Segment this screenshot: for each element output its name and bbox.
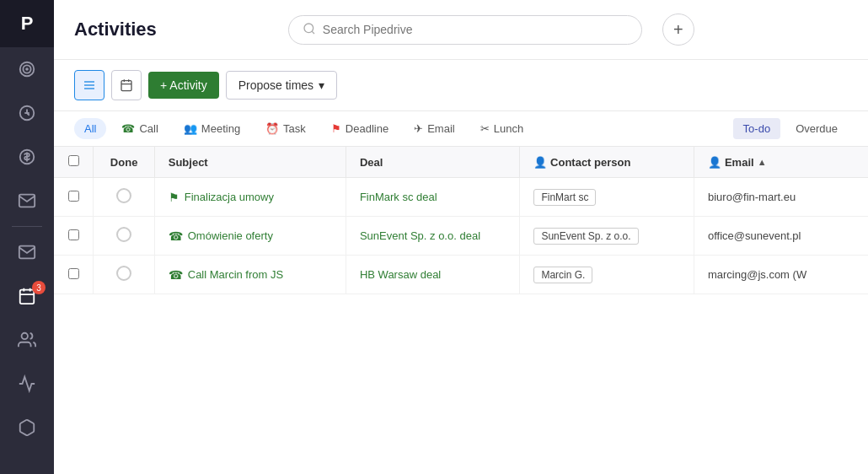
filter-email[interactable]: ✈ Email	[404, 118, 465, 139]
sidebar-item-mail[interactable]	[0, 230, 54, 274]
subject-link[interactable]: Finalizacja umowy	[185, 191, 274, 203]
overdue-button[interactable]: Overdue	[785, 118, 848, 139]
th-contact[interactable]: 👤 Contact person	[520, 147, 694, 178]
add-button[interactable]: +	[662, 13, 694, 46]
row-contact-cell: SunEvent Sp. z o.o.	[520, 217, 694, 256]
deal-link[interactable]: SunEvent Sp. z o.o. deal	[360, 229, 480, 242]
row-email-cell: office@sunevent.pl	[694, 217, 868, 256]
propose-times-button[interactable]: Propose times ▾	[226, 71, 337, 100]
sidebar-item-deals[interactable]	[0, 91, 54, 135]
subject-link[interactable]: Call Marcin from JS	[188, 268, 283, 281]
propose-times-label: Propose times	[238, 78, 313, 92]
contact-tag[interactable]: Marcin G.	[533, 267, 592, 283]
main-content: Activities + + Activity Propose times ▾ …	[54, 0, 868, 474]
th-deal[interactable]: Deal	[346, 147, 520, 178]
row-checkbox-cell[interactable]	[54, 178, 94, 217]
done-radio[interactable]	[116, 266, 131, 281]
th-done: Done	[94, 147, 154, 178]
filter-all[interactable]: All	[74, 118, 106, 139]
row-checkbox-cell[interactable]	[54, 256, 94, 294]
row-checkbox[interactable]	[68, 191, 79, 202]
sort-arrow-icon: ▲	[758, 157, 767, 167]
row-deal-cell: FinMark sc deal	[346, 178, 520, 217]
table-row: ☎ Omówienie oferty SunEvent Sp. z o.o. d…	[54, 217, 868, 256]
sidebar-item-target[interactable]	[0, 47, 54, 91]
svg-point-2	[26, 68, 28, 70]
done-radio[interactable]	[116, 227, 131, 242]
filter-task[interactable]: ⏰ Task	[255, 118, 316, 139]
row-done-cell[interactable]	[94, 217, 154, 256]
filter-email-label: Email	[427, 122, 455, 135]
task-icon: ⏰	[265, 122, 279, 135]
select-all-checkbox[interactable]	[68, 155, 79, 166]
phone-icon: ☎	[169, 268, 183, 282]
todo-button[interactable]: To-do	[733, 118, 781, 139]
filter-deadline[interactable]: ⚑ Deadline	[321, 118, 399, 139]
search-container	[288, 15, 642, 45]
row-checkbox[interactable]	[68, 268, 79, 279]
deal-link[interactable]: HB Warsaw deal	[360, 268, 441, 281]
row-contact-cell: FinMart sc	[520, 178, 694, 217]
contact-tag[interactable]: SunEvent Sp. z o.o.	[533, 228, 638, 245]
calendar-view-button[interactable]	[111, 70, 142, 100]
search-icon	[303, 22, 316, 38]
meeting-icon: 👥	[184, 122, 197, 135]
th-subject[interactable]: Subject	[154, 147, 346, 178]
row-subject-cell: ☎ Omówienie oferty	[154, 217, 346, 256]
person-icon: 👤	[533, 156, 547, 169]
filter-meeting[interactable]: 👥 Meeting	[174, 118, 250, 139]
phone-icon: ☎	[169, 229, 183, 243]
page-title: Activities	[74, 19, 157, 40]
row-subject-cell: ⚑ Finalizacja umowy	[154, 178, 346, 217]
list-view-button[interactable]	[74, 70, 104, 100]
sidebar-item-campaigns[interactable]	[0, 179, 54, 223]
toolbar: + Activity Propose times ▾	[54, 60, 868, 111]
activities-table-container: Done Subject Deal 👤 Contact person 👤 Ema…	[54, 147, 868, 474]
row-contact-cell: Marcin G.	[520, 256, 694, 294]
svg-rect-13	[121, 81, 131, 91]
lunch-icon: ✂	[480, 122, 490, 135]
phone-icon: ☎	[121, 122, 135, 135]
activities-table: Done Subject Deal 👤 Contact person 👤 Ema…	[54, 147, 868, 294]
sidebar: P 3	[0, 0, 54, 474]
row-checkbox-cell[interactable]	[54, 217, 94, 256]
svg-point-8	[22, 333, 28, 339]
sidebar-divider	[12, 226, 42, 227]
sidebar-item-dollar[interactable]	[0, 135, 54, 179]
row-subject-cell: ☎ Call Marcin from JS	[154, 256, 346, 294]
row-deal-cell: HB Warsaw deal	[346, 256, 520, 294]
sidebar-item-contacts[interactable]	[0, 318, 54, 362]
filter-call[interactable]: ☎ Call	[111, 118, 168, 139]
filter-lunch-label: Lunch	[494, 122, 523, 135]
search-box	[288, 15, 642, 45]
activities-badge: 3	[32, 281, 46, 294]
contact-tag[interactable]: FinMart sc	[533, 189, 596, 206]
row-done-cell[interactable]	[94, 178, 154, 217]
flag-icon: ⚑	[169, 191, 179, 204]
row-done-cell[interactable]	[94, 256, 154, 294]
sidebar-item-reports[interactable]	[0, 362, 54, 406]
sidebar-item-products[interactable]	[0, 406, 54, 450]
subject-link[interactable]: Omówienie oferty	[188, 229, 273, 242]
sidebar-item-activities[interactable]: 3	[0, 274, 54, 318]
header: Activities +	[54, 0, 868, 60]
row-deal-cell: SunEvent Sp. z o.o. deal	[346, 217, 520, 256]
table-header-row: Done Subject Deal 👤 Contact person 👤 Ema…	[54, 147, 868, 178]
row-checkbox[interactable]	[68, 229, 79, 240]
filter-lunch[interactable]: ✂ Lunch	[470, 118, 533, 139]
filter-task-label: Task	[283, 122, 306, 135]
deal-link[interactable]: FinMark sc deal	[360, 191, 437, 203]
done-radio[interactable]	[116, 188, 131, 203]
svg-point-9	[304, 24, 313, 33]
add-activity-button[interactable]: + Activity	[148, 72, 219, 99]
table-body: ⚑ Finalizacja umowy FinMark sc deal FinM…	[54, 178, 868, 294]
person-icon-email: 👤	[708, 156, 721, 169]
th-email[interactable]: 👤 Email ▲	[694, 147, 868, 178]
table-row: ☎ Call Marcin from JS HB Warsaw deal Mar…	[54, 256, 868, 294]
row-email-cell: marcing@js.com (W	[694, 256, 868, 294]
filter-meeting-label: Meeting	[201, 122, 240, 135]
search-input[interactable]	[323, 23, 628, 36]
filter-bar: All ☎ Call 👥 Meeting ⏰ Task ⚑ Deadline ✈…	[54, 111, 868, 147]
app-logo[interactable]: P	[0, 0, 54, 47]
th-select-all[interactable]	[54, 147, 94, 178]
